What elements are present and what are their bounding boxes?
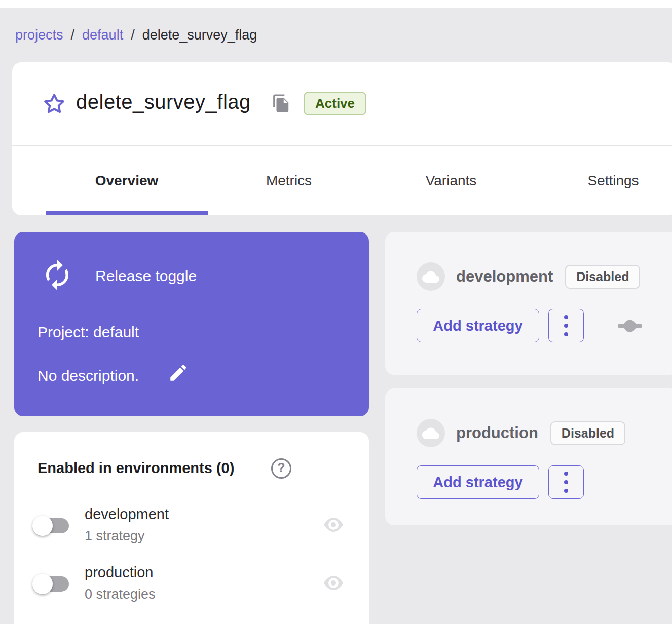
environment-card-development: development Disabled Add strategy xyxy=(385,232,672,375)
environment-status-chip: Disabled xyxy=(550,421,625,445)
help-button[interactable]: ? xyxy=(271,458,291,479)
edit-description-button[interactable] xyxy=(166,361,191,385)
visibility-button-production[interactable] xyxy=(322,574,345,593)
tab-variants[interactable]: Variants xyxy=(370,146,532,215)
environment-card-production: production Disabled Add strategy xyxy=(385,388,672,525)
tab-settings[interactable]: Settings xyxy=(532,146,672,215)
environment-status-chip: Disabled xyxy=(565,265,640,289)
environment-row-strategies: 0 strategies xyxy=(85,587,156,602)
add-strategy-button[interactable]: Add strategy xyxy=(417,309,539,342)
pencil-icon xyxy=(168,362,189,383)
environment-row-name: development xyxy=(85,506,169,523)
kebab-dots-icon xyxy=(564,472,568,476)
environment-row-strategies: 1 strategy xyxy=(85,528,145,544)
more-options-button[interactable] xyxy=(548,465,584,499)
favorite-button[interactable] xyxy=(43,92,66,115)
visibility-button-development[interactable] xyxy=(322,516,345,534)
page-title: delete_survey_flag xyxy=(76,91,251,113)
environment-toggle-production[interactable] xyxy=(32,571,74,597)
breadcrumb: projects / default / delete_survey_flag xyxy=(15,27,257,43)
autorenew-arrows-icon xyxy=(41,258,74,292)
cloud-icon xyxy=(422,270,439,283)
status-badge: Active xyxy=(304,92,366,115)
question-mark-icon: ? xyxy=(277,460,285,475)
cloud-icon xyxy=(422,427,439,439)
environment-card-header: production Disabled xyxy=(417,419,625,447)
top-strip xyxy=(0,0,672,8)
environment-toggle-development[interactable] xyxy=(32,513,74,538)
commit-slider-icon[interactable] xyxy=(617,318,643,333)
switch-thumb xyxy=(32,574,53,594)
environment-card-name: development xyxy=(456,267,553,286)
tab-bar: Overview Metrics Variants Settings xyxy=(12,145,672,215)
switch-thumb xyxy=(32,516,53,536)
project-label: Project: default xyxy=(38,324,139,341)
more-options-button[interactable] xyxy=(548,309,584,342)
breadcrumb-link-projects[interactable]: projects xyxy=(15,27,63,43)
breadcrumb-separator: / xyxy=(71,27,75,43)
tab-overview[interactable]: Overview xyxy=(46,146,208,215)
page: projects / default / delete_survey_flag … xyxy=(0,0,672,624)
add-strategy-button[interactable]: Add strategy xyxy=(417,465,539,499)
kebab-dots-icon xyxy=(564,315,568,319)
tab-metrics[interactable]: Metrics xyxy=(208,146,370,215)
active-tab-indicator xyxy=(46,211,208,215)
breadcrumb-link-default[interactable]: default xyxy=(82,27,123,43)
star-outline-icon xyxy=(43,92,66,115)
breadcrumb-current: delete_survey_flag xyxy=(142,27,257,43)
description-label: No description. xyxy=(38,367,139,384)
environment-row-name: production xyxy=(85,564,153,581)
breadcrumb-separator: / xyxy=(131,27,135,43)
environment-card-actions: Add strategy xyxy=(417,465,584,499)
release-toggle-card: Release toggle Project: default No descr… xyxy=(14,232,369,416)
eye-icon xyxy=(322,517,345,533)
environment-card-name: production xyxy=(456,424,538,442)
copy-name-button[interactable] xyxy=(271,94,291,114)
environment-avatar xyxy=(417,262,445,291)
enabled-environments-title: Enabled in environments (0) xyxy=(38,460,234,477)
environment-avatar xyxy=(417,419,445,447)
enabled-environments-panel: Enabled in environments (0) ? developmen… xyxy=(14,432,369,624)
copy-icon xyxy=(272,94,291,113)
environment-card-actions: Add strategy xyxy=(417,309,643,342)
environment-card-header: development Disabled xyxy=(417,262,640,291)
flag-header-card: delete_survey_flag Active xyxy=(12,62,672,145)
flag-type-label: Release toggle xyxy=(95,267,197,285)
eye-icon xyxy=(322,575,345,591)
